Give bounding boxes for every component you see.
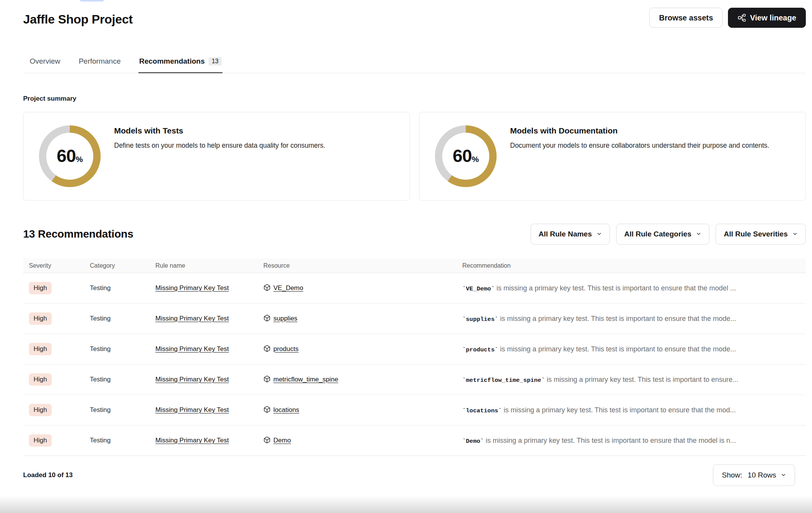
tab-bar: Overview Performance Recommendations 13 bbox=[23, 53, 806, 73]
resource-link[interactable]: products bbox=[273, 345, 298, 353]
rule-name-link[interactable]: Missing Primary Key Test bbox=[155, 437, 229, 444]
lineage-icon bbox=[738, 14, 746, 22]
browse-assets-label: Browse assets bbox=[659, 14, 713, 22]
summary-card-documentation: 60 % Models with Documentation Document … bbox=[419, 112, 806, 201]
severity-badge: High bbox=[29, 434, 52, 447]
category-label: Testing bbox=[90, 284, 155, 292]
show-label: Show: bbox=[722, 471, 742, 479]
table-row: High Testing Missing Primary Key Test lo… bbox=[23, 395, 806, 425]
recommendation-rest: is missing a primary key test. This test… bbox=[498, 315, 736, 322]
chevron-down-icon bbox=[596, 230, 602, 238]
filter-rule-names-label: All Rule Names bbox=[539, 230, 592, 238]
view-lineage-button[interactable]: View lineage bbox=[728, 8, 806, 28]
percent-sign: % bbox=[76, 155, 83, 164]
recommendation-rest: is missing a primary key test. This test… bbox=[502, 406, 736, 414]
cube-icon bbox=[263, 284, 271, 293]
recommendation-text: `Demo` is missing a primary key test. Th… bbox=[462, 437, 806, 445]
column-header-severity: Severity bbox=[23, 262, 90, 269]
percent-donut-chart: 60 % bbox=[435, 125, 497, 187]
column-header-rule-name: Rule name bbox=[155, 262, 263, 269]
rule-name-link[interactable]: Missing Primary Key Test bbox=[155, 315, 229, 322]
table-header-row: Severity Category Rule name Resource Rec… bbox=[23, 258, 806, 273]
severity-badge: High bbox=[29, 373, 52, 386]
show-rows-button[interactable]: Show: 10 Rows bbox=[713, 464, 795, 486]
table-row: High Testing Missing Primary Key Test me… bbox=[23, 364, 806, 395]
card-description: Document your models to ensure collabora… bbox=[510, 141, 769, 150]
severity-badge: High bbox=[29, 312, 52, 325]
resource-link[interactable]: Demo bbox=[273, 437, 291, 444]
recommendation-text: `locations` is missing a primary key tes… bbox=[462, 406, 806, 414]
rule-name-link[interactable]: Missing Primary Key Test bbox=[155, 376, 229, 383]
filter-rule-categories-button[interactable]: All Rule Categories bbox=[616, 224, 709, 245]
recommendation-code: `VE_Demo` bbox=[462, 285, 495, 292]
filter-rule-names-button[interactable]: All Rule Names bbox=[531, 224, 610, 245]
project-summary-label: Project summary bbox=[23, 95, 806, 103]
recommendations-count-badge: 13 bbox=[209, 57, 222, 66]
page-title: Jaffle Shop Project bbox=[23, 12, 133, 27]
table-footer: Loaded 10 of 13 Show: 10 Rows bbox=[23, 464, 806, 486]
cube-icon bbox=[263, 375, 271, 384]
column-header-recommendation: Recommendation bbox=[462, 262, 806, 269]
recommendations-header-row: 13 Recommendations All Rule Names All Ru… bbox=[23, 224, 806, 245]
browse-assets-button[interactable]: Browse assets bbox=[649, 8, 723, 28]
category-label: Testing bbox=[90, 315, 155, 322]
percent-sign: % bbox=[472, 155, 479, 164]
loaded-count-label: Loaded 10 of 13 bbox=[23, 471, 72, 479]
page: Jaffle Shop Project Browse assets View l… bbox=[0, 0, 812, 513]
recommendation-text: `supplies` is missing a primary key test… bbox=[462, 315, 806, 323]
recommendations-table: Severity Category Rule name Resource Rec… bbox=[23, 258, 806, 456]
tab-performance[interactable]: Performance bbox=[78, 53, 121, 73]
table-row: High Testing Missing Primary Key Test pr… bbox=[23, 334, 806, 364]
category-label: Testing bbox=[90, 437, 155, 444]
recommendation-code: `supplies` bbox=[462, 316, 498, 323]
recommendation-code: `metricflow_time_spine` bbox=[462, 377, 545, 384]
table-row: High Testing Missing Primary Key Test su… bbox=[23, 304, 806, 334]
resource-link[interactable]: metricflow_time_spine bbox=[273, 376, 338, 383]
tab-overview-label: Overview bbox=[30, 57, 60, 66]
cube-icon bbox=[263, 406, 271, 415]
tab-overview[interactable]: Overview bbox=[29, 53, 61, 73]
chevron-down-icon bbox=[792, 230, 798, 238]
cube-icon bbox=[263, 345, 271, 354]
table-row: High Testing Missing Primary Key Test De… bbox=[23, 425, 806, 456]
category-label: Testing bbox=[90, 376, 155, 383]
summary-card-tests: 60 % Models with Tests Define tests on y… bbox=[23, 112, 410, 201]
view-lineage-label: View lineage bbox=[750, 14, 796, 22]
recommendations-heading: 13 Recommendations bbox=[23, 228, 133, 240]
card-text: Models with Tests Define tests on your m… bbox=[114, 126, 325, 150]
filter-rule-severities-button[interactable]: All Rule Severities bbox=[716, 224, 806, 245]
donut-value: 60 % bbox=[435, 125, 497, 187]
severity-badge: High bbox=[29, 282, 52, 294]
summary-cards: 60 % Models with Tests Define tests on y… bbox=[23, 112, 806, 201]
resource-link[interactable]: supplies bbox=[273, 315, 297, 322]
category-label: Testing bbox=[90, 345, 155, 353]
card-text: Models with Documentation Document your … bbox=[510, 126, 769, 150]
recommendation-text: `metricflow_time_spine` is missing a pri… bbox=[462, 376, 806, 384]
donut-value: 60 % bbox=[39, 125, 101, 187]
top-edge-artifact bbox=[80, 0, 104, 2]
rule-name-link[interactable]: Missing Primary Key Test bbox=[155, 284, 229, 292]
recommendation-text: `products` is missing a primary key test… bbox=[462, 345, 806, 353]
table-row: High Testing Missing Primary Key Test VE… bbox=[23, 273, 806, 304]
resource-link[interactable]: locations bbox=[273, 406, 299, 414]
resource-link[interactable]: VE_Demo bbox=[273, 284, 303, 292]
percent-donut-chart: 60 % bbox=[39, 125, 101, 187]
tab-recommendations[interactable]: Recommendations 13 bbox=[138, 53, 222, 73]
card-title: Models with Tests bbox=[114, 126, 325, 135]
cube-icon bbox=[263, 314, 271, 323]
tab-performance-label: Performance bbox=[79, 57, 121, 66]
filter-rule-severities-label: All Rule Severities bbox=[724, 230, 788, 238]
cube-icon bbox=[263, 436, 271, 445]
recommendation-rest: is missing a primary key test. This test… bbox=[484, 437, 736, 444]
rule-name-link[interactable]: Missing Primary Key Test bbox=[155, 345, 229, 353]
card-title: Models with Documentation bbox=[510, 126, 769, 135]
rule-name-link[interactable]: Missing Primary Key Test bbox=[155, 406, 229, 413]
bottom-fade bbox=[0, 496, 812, 513]
severity-badge: High bbox=[29, 404, 52, 416]
percent-value: 60 bbox=[453, 145, 472, 166]
tab-recommendations-label: Recommendations bbox=[139, 57, 205, 66]
recommendation-rest: is missing a primary key test. This test… bbox=[498, 345, 736, 353]
filter-rule-categories-label: All Rule Categories bbox=[624, 230, 691, 238]
severity-badge: High bbox=[29, 343, 52, 355]
filters: All Rule Names All Rule Categories All R… bbox=[531, 224, 806, 245]
